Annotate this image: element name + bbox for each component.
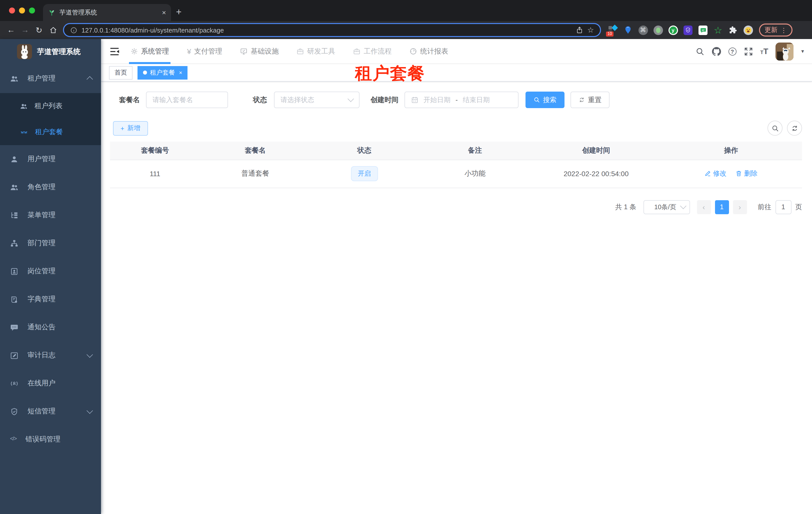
search-icon[interactable] (695, 47, 704, 56)
extension-command-icon[interactable]: ⌘ (638, 25, 648, 35)
screen: 芋道管理系统 × + ← → ↻ 127.0.0.1:48080/admin-u… (0, 0, 812, 514)
goto-page-input[interactable] (775, 200, 791, 214)
active-dot (143, 71, 147, 75)
site-info-icon[interactable] (70, 26, 78, 34)
sidebar-item-role-management[interactable]: 角色管理 (0, 173, 101, 201)
browser-menu-kebab-icon[interactable]: ⋮ (781, 26, 787, 34)
chevron-down-icon (87, 351, 93, 358)
col-remark: 备注 (418, 142, 532, 160)
sidebar-item-tenant-management[interactable]: 租户管理 (0, 64, 101, 93)
refresh-icon (579, 97, 585, 103)
tag-home[interactable]: 首页 (109, 66, 133, 79)
share-icon[interactable] (575, 26, 583, 34)
sidebar-item-department-management[interactable]: 部门管理 (0, 229, 101, 257)
refresh-table-button[interactable] (787, 120, 802, 136)
browser-update-button[interactable]: 更新 ⋮ (759, 24, 792, 36)
sidebar-item-menu-management[interactable]: 菜单管理 (0, 201, 101, 229)
table-toolbar: + 新增 (110, 120, 802, 136)
status-badge[interactable]: 开启 (351, 166, 378, 181)
tags-view: 首页 租户套餐 × 租户套餐 (101, 64, 812, 82)
sidebar-item-error-code-management[interactable]: </> 错误码管理 (0, 426, 101, 454)
extension-y-icon[interactable]: y (668, 25, 678, 35)
add-button[interactable]: + 新增 (113, 121, 148, 135)
dictionary-icon (10, 295, 19, 303)
current-page-button[interactable]: 1 (715, 200, 729, 214)
cat-avatar-image (776, 42, 794, 60)
extension-chat-icon[interactable] (698, 25, 708, 35)
eyes-icon (20, 128, 28, 136)
window-zoom-button[interactable] (29, 7, 35, 13)
sidebar-item-audit-log[interactable]: 审计日志 (0, 341, 101, 369)
help-icon[interactable]: ? (728, 47, 736, 55)
window-minimize-button[interactable] (19, 7, 25, 13)
nav-item-infrastructure[interactable]: 基础设施 (239, 39, 280, 64)
page-title-annotation: 租户套餐 (355, 64, 425, 82)
sidebar-item-online-users[interactable]: 在线用户 (0, 369, 101, 397)
user-icon (10, 155, 19, 163)
search-button[interactable]: 搜索 (525, 91, 564, 108)
back-button[interactable]: ← (4, 26, 18, 34)
chevron-up-icon (87, 76, 93, 82)
tab-close-icon[interactable]: × (162, 8, 166, 17)
cell-package-name: 普通套餐 (200, 160, 311, 188)
bookmark-star-icon[interactable]: ☆ (587, 26, 594, 34)
home-button[interactable] (46, 26, 60, 35)
nav-item-workflow[interactable]: 工作流程 (352, 39, 393, 64)
sidebar-item-notice-announcement[interactable]: 通知公告 (0, 313, 101, 341)
delete-link[interactable]: 删除 (735, 169, 757, 178)
extension-puzzle-icon[interactable] (728, 25, 738, 35)
col-actions: 操作 (660, 142, 802, 160)
extension-green-dot-icon[interactable] (653, 25, 663, 35)
next-page-button[interactable]: › (733, 200, 747, 214)
forward-button[interactable]: → (18, 26, 32, 34)
prev-page-button[interactable]: ‹ (697, 200, 711, 214)
col-package-id: 套餐编号 (110, 142, 200, 160)
app-logo[interactable]: 芋道管理系统 (0, 39, 101, 64)
extension-blue-diamond-icon[interactable]: 10 (608, 25, 618, 35)
sidebar-item-sms-management[interactable]: 短信管理 (0, 397, 101, 426)
github-icon[interactable] (712, 47, 721, 56)
sidebar-item-user-management[interactable]: 用户管理 (0, 145, 101, 173)
extension-shield-icon[interactable] (683, 25, 693, 35)
user-avatar[interactable] (776, 42, 794, 60)
package-name-field[interactable] (152, 96, 222, 104)
chevron-down-icon (87, 407, 93, 414)
extension-star-icon[interactable]: ☆ (713, 25, 723, 35)
update-label: 更新 (764, 26, 778, 34)
app-title: 芋道管理系统 (37, 47, 81, 56)
sidebar-item-tenant-list[interactable]: 租户列表 (0, 93, 101, 119)
nav-item-dev-tools[interactable]: 研发工具 (295, 39, 337, 64)
tag-tenant-package[interactable]: 租户套餐 × (138, 66, 188, 79)
extension-emoji-icon[interactable] (743, 25, 753, 35)
status-select[interactable]: 请选择状态 (274, 91, 359, 108)
reload-button[interactable]: ↻ (32, 25, 46, 35)
avatar-caret-down-icon[interactable]: ▾ (801, 48, 804, 55)
reset-button[interactable]: 重置 (571, 91, 609, 108)
package-table: 套餐编号 套餐名 状态 备注 创建时间 操作 111 普通套餐 (110, 142, 802, 188)
browser-tab[interactable]: 芋道管理系统 × (43, 4, 171, 21)
fullscreen-icon[interactable] (744, 47, 753, 56)
url-bar[interactable]: 127.0.0.1:48080/admin-ui/system/tenant/p… (63, 23, 601, 37)
sidebar-item-post-management[interactable]: 岗位管理 (0, 257, 101, 285)
users-icon (10, 183, 19, 191)
cell-status: 开启 (311, 160, 418, 188)
nav-item-payment-management[interactable]: ¥ 支付管理 (185, 39, 224, 64)
nav-item-system-management[interactable]: 系统管理 (129, 39, 171, 64)
sidebar-collapse-icon[interactable] (109, 46, 120, 57)
broadcast-user-icon (10, 379, 19, 388)
extension-balloon-icon[interactable] (623, 25, 633, 35)
new-tab-button[interactable]: + (176, 6, 181, 18)
sidebar-item-tenant-package[interactable]: 租户套餐 (0, 119, 101, 145)
font-size-icon[interactable]: TT (760, 47, 768, 56)
sidebar-item-dictionary-management[interactable]: 字典管理 (0, 285, 101, 313)
app-header: 系统管理 ¥ 支付管理 基础设施 研发工具 (101, 39, 812, 64)
page-size-select[interactable]: 10条/页 (643, 200, 690, 214)
tag-close-icon[interactable]: × (179, 70, 182, 76)
edit-link[interactable]: 修改 (704, 169, 726, 178)
show-search-button[interactable] (767, 120, 783, 136)
date-range-picker[interactable]: 开始日期 - 结束日期 (405, 91, 519, 108)
package-name-input[interactable] (146, 91, 228, 108)
window-close-button[interactable] (9, 7, 15, 13)
url-text[interactable]: 127.0.0.1:48080/admin-ui/system/tenant/p… (82, 26, 571, 34)
nav-item-statistics-report[interactable]: 统计报表 (408, 39, 450, 64)
